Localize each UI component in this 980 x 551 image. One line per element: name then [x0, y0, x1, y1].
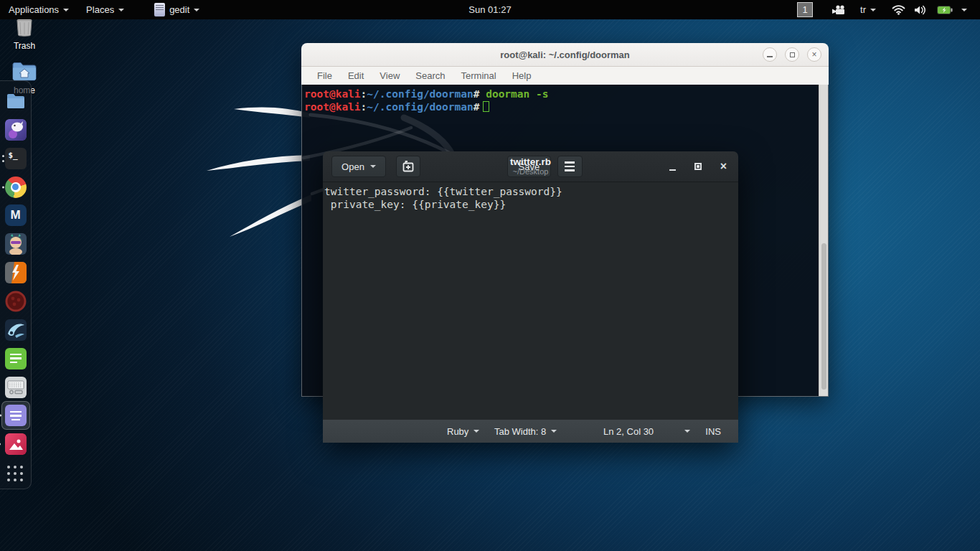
dock-item-wireshark[interactable] [1, 316, 30, 344]
trash-icon [14, 17, 35, 37]
close-button[interactable]: × [807, 47, 821, 62]
menu-view[interactable]: View [372, 67, 407, 85]
metasploit-icon: M [5, 204, 27, 226]
gedit-app-icon [154, 3, 165, 17]
gedit-app-menu[interactable]: gedit [146, 0, 208, 19]
character-app-icon [5, 233, 27, 255]
dock-item-burpsuite[interactable] [1, 258, 30, 287]
document-title: twitter.rb [445, 156, 617, 167]
menu-help[interactable]: Help [505, 67, 539, 85]
terminal-scrollbar[interactable] [819, 85, 828, 396]
chevron-down-icon [118, 9, 124, 11]
applications-menu[interactable]: Applications [0, 0, 77, 19]
maltego-icon [5, 291, 27, 312]
chevron-down-icon [370, 165, 376, 168]
dock-item-maltego[interactable] [1, 287, 30, 316]
chevron-down-icon [473, 430, 479, 433]
gedit-statusbar: Ruby Tab Width: 8 Ln 2, Col 30 INS [323, 420, 738, 443]
terminal-cursor [483, 101, 489, 112]
menu-file[interactable]: File [310, 67, 339, 85]
tab-width-selector[interactable]: Tab Width: 8 [490, 420, 561, 443]
maximize-button[interactable] [694, 163, 702, 170]
dock-item-metasploit[interactable]: M [1, 201, 30, 230]
gedit-icon [5, 405, 27, 426]
scrollbar-thumb[interactable] [821, 243, 826, 390]
trash-label: Trash [1, 41, 47, 51]
places-menu[interactable]: Places [77, 0, 133, 19]
workspace-indicator[interactable]: 1 [797, 2, 813, 17]
keyboard-app-icon [5, 377, 27, 398]
wifi-icon [892, 4, 905, 15]
desktop-icon-trash[interactable]: Trash [1, 17, 47, 51]
burpsuite-icon [5, 262, 27, 283]
text-line-2: private_key: {{private_key}} [324, 199, 506, 210]
ferret-app-icon [5, 119, 27, 141]
chevron-down-icon [870, 9, 876, 11]
terminal-menubar: File Edit View Search Terminal Help [301, 67, 829, 85]
terminal-titlebar[interactable]: root@kali: ~/.config/doorman × [301, 43, 829, 67]
insert-mode-indicator[interactable]: INS [701, 420, 725, 443]
dock-item-files[interactable] [1, 87, 30, 116]
apps-grid-icon [7, 466, 24, 483]
favorites-dock: $_ M [0, 80, 32, 489]
dock-item-terminal[interactable]: $_ [1, 144, 30, 173]
terminal-icon: $_ [5, 148, 27, 169]
notes-icon [5, 348, 27, 369]
top-bar: Applications Places gedit Sun 01:27 1 [0, 0, 980, 19]
keyboard-layout-selector[interactable]: tr [854, 0, 882, 19]
home-folder-icon [11, 60, 37, 82]
menu-terminal[interactable]: Terminal [454, 67, 504, 85]
dock-item-ferret-app[interactable] [1, 116, 30, 144]
prompt-user: root@kali [304, 88, 361, 100]
gedit-text-area[interactable]: twitter_password: {{twitter_password}} p… [323, 182, 738, 420]
text-line-1: twitter_password: {{twitter_password}} [324, 186, 562, 197]
minimize-button[interactable] [763, 47, 777, 62]
dock-item-notes[interactable] [1, 344, 30, 373]
open-button[interactable]: Open [331, 156, 386, 177]
camera-icon [831, 5, 846, 15]
prompt-path: ~/.config/doorman [367, 88, 473, 100]
running-indicator [2, 186, 4, 188]
new-document-icon [402, 160, 415, 173]
wireshark-icon [5, 319, 27, 341]
maximize-button[interactable] [785, 47, 799, 62]
menu-search[interactable]: Search [408, 67, 452, 85]
chevron-down-icon [194, 9, 199, 11]
chevron-down-icon [551, 430, 557, 433]
dock-item-chrome[interactable] [1, 173, 30, 202]
document-path: ~/Desktop [445, 167, 617, 176]
cursor-position[interactable]: Ln 2, Col 30 [599, 420, 658, 443]
goto-line-dropdown[interactable] [680, 420, 694, 443]
places-menu-label: Places [86, 4, 114, 15]
volume-icon [914, 4, 928, 16]
minimize-button[interactable] [669, 163, 676, 171]
gedit-window: Open twitter.rb ~/Desktop Save [323, 151, 738, 443]
system-status-area[interactable] [885, 0, 974, 19]
chevron-down-icon [684, 430, 690, 433]
applications-menu-label: Applications [9, 4, 59, 15]
image-viewer-icon [5, 433, 27, 455]
running-indicator [0, 443, 1, 446]
gedit-app-menu-label: gedit [169, 4, 189, 15]
terminal-output: root@kali:~/.config/doorman# doorman -sr… [302, 85, 828, 116]
screen-recorder-indicator[interactable] [826, 0, 852, 19]
battery-icon [937, 6, 953, 14]
running-indicator [2, 155, 4, 162]
dock-item-character-app[interactable] [1, 230, 30, 258]
chevron-down-icon [63, 9, 69, 11]
language-selector[interactable]: Ruby [443, 420, 484, 443]
terminal-window-title: root@kali: ~/.config/doorman [500, 50, 630, 60]
close-button[interactable]: × [720, 161, 727, 172]
dock-item-keyboard-app[interactable] [1, 373, 30, 402]
gedit-headerbar[interactable]: Open twitter.rb ~/Desktop Save [323, 151, 738, 182]
running-indicator [0, 415, 1, 417]
typed-command: doorman -s [479, 88, 548, 100]
menu-edit[interactable]: Edit [341, 67, 371, 85]
desktop-wallpaper: Applications Places gedit Sun 01:27 1 [0, 0, 980, 551]
show-applications-button[interactable] [1, 460, 30, 489]
chevron-down-icon [961, 9, 967, 11]
chrome-icon [5, 176, 27, 198]
new-document-button[interactable] [396, 156, 420, 177]
dock-item-image-viewer[interactable] [1, 430, 30, 458]
dock-item-gedit[interactable] [1, 401, 30, 430]
